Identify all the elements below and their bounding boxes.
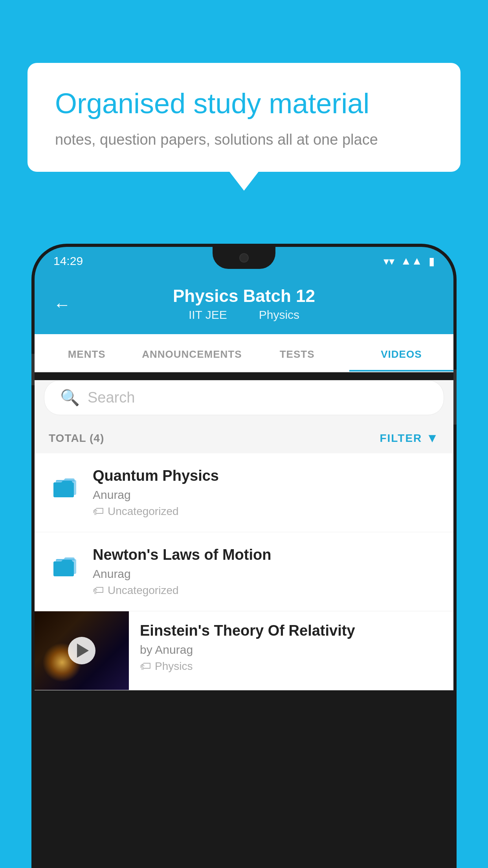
item-tag: 🏷 Uncategorized — [93, 584, 439, 597]
list-item-video[interactable]: Einstein's Theory Of Relativity by Anura… — [35, 611, 453, 690]
folder-icon-wrap — [49, 469, 80, 500]
tab-announcements[interactable]: ANNOUNCEMENTS — [139, 334, 245, 371]
signal-icon: ▲▲ — [401, 255, 422, 267]
search-bar[interactable]: 🔍 Search — [44, 380, 444, 415]
battery-icon: ▮ — [429, 255, 435, 268]
search-icon: 🔍 — [60, 388, 80, 407]
subtitle-physics: Physics — [259, 308, 299, 321]
tag-label: Uncategorized — [108, 584, 179, 597]
status-time: 14:29 — [53, 254, 83, 268]
tab-bar: MENTS ANNOUNCEMENTS TESTS VIDEOS — [35, 334, 453, 372]
filter-bar: TOTAL (4) FILTER ▼ — [35, 423, 453, 453]
phone-screen: 14:29 ▾▾ ▲▲ ▮ ← Physics Batch 12 IIT JEE… — [35, 247, 453, 868]
tab-ments[interactable]: MENTS — [35, 334, 139, 371]
tab-tests[interactable]: TESTS — [245, 334, 349, 371]
wifi-icon: ▾▾ — [383, 255, 394, 268]
speech-bubble-section: Organised study material notes, question… — [28, 63, 460, 172]
bubble-subtitle: notes, question papers, solutions all at… — [55, 131, 433, 148]
subtitle-separator — [241, 308, 248, 321]
filter-label: FILTER — [380, 432, 422, 445]
play-button[interactable] — [68, 637, 95, 664]
video-author: by Anurag — [140, 643, 442, 657]
tag-label: Physics — [155, 660, 193, 673]
item-author: Anurag — [93, 488, 439, 502]
tab-videos[interactable]: VIDEOS — [349, 334, 453, 371]
item-info: Quantum Physics Anurag 🏷 Uncategorized — [93, 467, 439, 518]
app-header: ← Physics Batch 12 IIT JEE Physics — [35, 275, 453, 334]
list-item[interactable]: Newton's Laws of Motion Anurag 🏷 Uncateg… — [35, 532, 453, 611]
tag-icon: 🏷 — [140, 660, 151, 673]
status-icons: ▾▾ ▲▲ ▮ — [383, 255, 435, 268]
filter-button[interactable]: FILTER ▼ — [380, 431, 439, 445]
app-subtitle: IIT JEE Physics — [53, 308, 435, 322]
tag-label: Uncategorized — [108, 505, 179, 518]
item-author: Anurag — [93, 567, 439, 581]
svg-rect-2 — [53, 484, 74, 497]
svg-rect-5 — [53, 563, 74, 576]
speech-bubble: Organised study material notes, question… — [28, 63, 460, 172]
total-count: TOTAL (4) — [49, 432, 104, 445]
folder-icon-wrap — [49, 548, 80, 579]
search-placeholder: Search — [88, 389, 135, 406]
bubble-title: Organised study material — [55, 86, 433, 120]
phone-notch — [213, 247, 275, 269]
subtitle-iitjee: IIT JEE — [189, 308, 227, 321]
play-icon — [77, 644, 89, 658]
phone-frame: 14:29 ▾▾ ▲▲ ▮ ← Physics Batch 12 IIT JEE… — [31, 244, 457, 868]
screen-content: 🔍 Search TOTAL (4) FILTER ▼ — [35, 380, 453, 690]
list-item[interactable]: Quantum Physics Anurag 🏷 Uncategorized — [35, 453, 453, 532]
item-tag: 🏷 Uncategorized — [93, 505, 439, 518]
folder-icon — [49, 469, 80, 500]
tag-icon: 🏷 — [93, 584, 104, 597]
front-camera — [239, 253, 249, 263]
item-title: Newton's Laws of Motion — [93, 546, 439, 563]
video-thumbnail — [35, 611, 129, 690]
app-title: Physics Batch 12 — [53, 286, 435, 306]
item-title: Quantum Physics — [93, 467, 439, 484]
video-tag: 🏷 Physics — [140, 660, 442, 673]
video-info: Einstein's Theory Of Relativity by Anura… — [129, 611, 453, 684]
filter-funnel-icon: ▼ — [426, 431, 439, 445]
item-info: Newton's Laws of Motion Anurag 🏷 Uncateg… — [93, 546, 439, 597]
video-title: Einstein's Theory Of Relativity — [140, 622, 442, 639]
folder-icon — [49, 548, 80, 579]
back-button[interactable]: ← — [53, 295, 71, 314]
tag-icon: 🏷 — [93, 505, 104, 518]
